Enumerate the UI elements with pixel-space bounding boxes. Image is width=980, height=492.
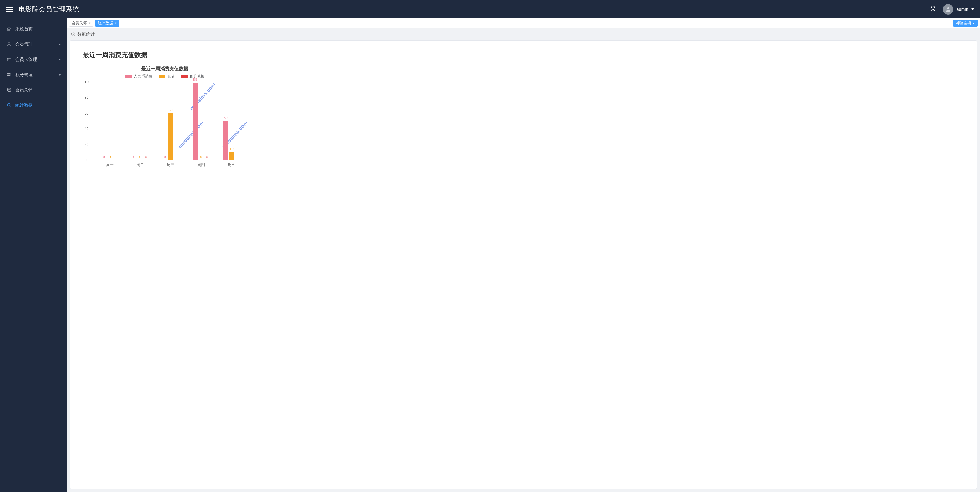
sidebar-item-home[interactable]: 系统首页 [0,21,67,37]
x-label: 周四 [186,161,216,167]
bar-value: 0 [115,155,117,159]
y-tick: 0 [84,158,87,162]
tab-options-button[interactable]: 标签选项 [953,20,978,27]
svg-point-1 [8,43,10,44]
svg-rect-2 [7,58,11,61]
content-panel: 最近一周消费充值数据 最近一周消费充值数据 人民币消费充值积分兑换 mudaim… [70,40,977,489]
svg-rect-3 [8,73,9,74]
avatar [943,4,953,14]
panel-header: 数据统计 [67,28,980,40]
bar-group: 50100 [216,82,247,160]
bar-value: 10 [229,147,233,151]
bar-value: 0 [139,155,142,159]
clock-icon [71,32,76,37]
legend-item[interactable]: 积分兑换 [181,74,205,79]
legend-label: 充值 [167,74,175,79]
bar-value: 0 [103,155,105,159]
bar-value: 0 [134,155,135,159]
bar-value: 0 [109,155,111,159]
clock-icon [6,102,12,108]
tab-label: 统计数据 [98,21,113,26]
bar-value: 0 [176,155,178,159]
chevron-down-icon [972,22,975,24]
list-icon [6,87,12,92]
bar-group: 0600 [156,82,186,160]
x-label: 周二 [125,161,156,167]
bar: 50 [223,121,228,161]
legend-swatch [159,75,165,78]
bar-value: 0 [164,155,166,159]
tab-label: 会员关怀 [72,21,87,26]
sidebar-item-card[interactable]: 会员卡管理 [0,52,67,67]
bar: 60 [168,113,173,160]
tab-stats[interactable]: 统计数据 × [95,20,119,27]
legend-swatch [125,75,132,78]
svg-rect-5 [8,75,9,76]
sidebar-item-label: 统计数据 [15,102,33,108]
bar: 10 [229,152,234,160]
grid-icon [6,72,12,77]
bar: 99 [193,83,198,160]
fullscreen-icon[interactable] [930,6,936,13]
main-area: 会员关怀 × 统计数据 × 标签选项 数据统计 最近一周消费充值数据 最近一周消… [67,18,980,492]
sidebar-item-member[interactable]: 会员管理 [0,37,67,52]
chart-plot: mudaima.com mudaima.com mudaima.com 0204… [95,82,247,161]
bar-group: 000 [95,82,125,160]
sidebar-item-label: 会员关怀 [15,87,33,93]
sidebar-item-label: 系统首页 [15,26,33,32]
panel-title-text: 数据统计 [77,32,95,37]
chevron-down-icon [59,44,61,45]
close-icon[interactable]: × [89,21,91,25]
y-tick: 60 [84,111,88,115]
sidebar-item-stats[interactable]: 统计数据 [0,97,67,113]
sidebar-item-care[interactable]: 会员关怀 [0,82,67,97]
legend-item[interactable]: 充值 [159,74,175,79]
bar-value: 60 [169,108,172,112]
chart: 最近一周消费充值数据 人民币消费充值积分兑换 mudaima.com mudai… [83,66,247,167]
chart-title: 最近一周消费充值数据 [83,66,247,72]
tab-bar: 会员关怀 × 统计数据 × 标签选项 [67,18,980,28]
chart-x-axis: 周一周二周三周四周五 [95,161,247,167]
menu-toggle-button[interactable] [6,6,13,13]
tab-member-care[interactable]: 会员关怀 × [69,20,93,27]
bar-value: 99 [193,78,197,82]
app-title: 电影院会员管理系统 [19,5,930,14]
user-menu[interactable]: admin [943,4,974,14]
app-header: 电影院会员管理系统 admin [0,0,980,18]
y-tick: 20 [84,143,88,147]
home-icon [6,26,12,32]
bar-value: 0 [200,155,202,159]
tab-options-label: 标签选项 [956,21,971,26]
sidebar-item-label: 会员管理 [15,41,33,47]
close-icon[interactable]: × [115,21,117,25]
svg-rect-6 [10,75,11,76]
sidebar-item-label: 会员卡管理 [15,57,37,62]
x-label: 周三 [156,161,186,167]
y-tick: 100 [84,80,91,84]
username-label: admin [956,7,968,12]
chevron-down-icon [971,8,974,10]
bar-value: 50 [224,116,228,120]
chevron-down-icon [59,59,61,61]
sidebar-item-points[interactable]: 积分管理 [0,67,67,82]
svg-rect-4 [10,73,11,74]
chevron-down-icon [59,74,61,76]
bar-value: 0 [145,155,147,159]
y-tick: 80 [84,96,88,100]
user-icon [6,41,12,47]
sidebar-item-label: 积分管理 [15,72,33,78]
y-tick: 40 [84,127,88,131]
bar-group: 000 [125,82,156,160]
bar-value: 0 [206,155,208,159]
x-label: 周一 [95,161,125,167]
card-icon [6,57,12,62]
chart-legend: 人民币消费充值积分兑换 [83,74,247,79]
legend-item[interactable]: 人民币消费 [125,74,153,79]
legend-swatch [181,75,188,78]
sidebar: 系统首页 会员管理 会员卡管理 积分管理 会员关怀 统计数据 [0,18,67,492]
bar-value: 0 [237,155,239,159]
bar-group: 9900 [186,82,216,160]
x-label: 周五 [216,161,247,167]
svg-point-0 [947,7,949,9]
legend-label: 人民币消费 [134,74,153,79]
